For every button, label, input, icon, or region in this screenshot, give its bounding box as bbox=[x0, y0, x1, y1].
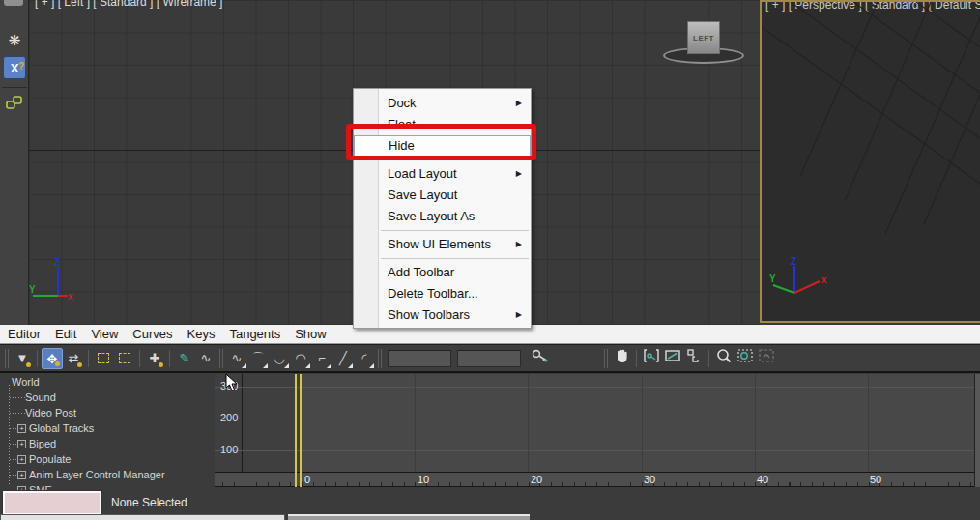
slide-keys-icon[interactable]: ⇄ bbox=[63, 348, 84, 369]
track-name-field[interactable] bbox=[3, 491, 101, 515]
toolbar-grip[interactable] bbox=[378, 349, 382, 368]
region-keys-icon[interactable] bbox=[93, 348, 114, 369]
ruler-tick-label: 40 bbox=[757, 474, 768, 485]
frame-extents-graphic bbox=[643, 348, 660, 363]
track-label: Anim Layer Control Manager bbox=[29, 469, 165, 480]
frame-selected-keys-icon[interactable] bbox=[683, 348, 705, 369]
frame-value-extents-icon[interactable] bbox=[662, 348, 683, 369]
zoom-selected-object-icon[interactable] bbox=[756, 348, 777, 369]
menu-item-show-ui-elements[interactable]: Show UI Elements ▶ bbox=[354, 234, 531, 255]
expand-icon[interactable]: + bbox=[17, 486, 26, 491]
y-axis-label: Y bbox=[29, 284, 36, 295]
axis-tripod-left: Z Y x bbox=[29, 257, 99, 307]
tangent-fast-icon[interactable]: ◡ bbox=[269, 348, 290, 369]
link-icon[interactable] bbox=[3, 93, 26, 116]
axis-tripod-right: Z Y x bbox=[769, 256, 839, 306]
key-stats-icon[interactable] bbox=[530, 348, 551, 369]
z-axis-label: Z bbox=[791, 256, 796, 267]
zoom-selected-graphic bbox=[758, 348, 775, 363]
toolbar-grip[interactable] bbox=[604, 349, 608, 368]
zoom-icon[interactable] bbox=[713, 348, 735, 369]
key-value-field[interactable] bbox=[457, 350, 521, 367]
track-label: Video Post bbox=[25, 407, 76, 419]
expand-icon[interactable]: + bbox=[17, 471, 26, 479]
add-keys-icon[interactable]: ✚ bbox=[144, 348, 165, 369]
track-tree-item[interactable]: + Anim Layer Control Manager bbox=[0, 467, 213, 482]
menu-item-load-layout[interactable]: Load Layout ▶ bbox=[354, 163, 531, 185]
zoom-region-icon[interactable] bbox=[735, 348, 756, 369]
menu-tangents[interactable]: Tangents bbox=[229, 327, 280, 341]
viewport-right[interactable]: [ + ] [ Perspective ] [ Standard ] [ Def… bbox=[760, 0, 980, 323]
expand-icon[interactable]: + bbox=[17, 440, 26, 448]
track-tree-item[interactable]: + Populate bbox=[0, 451, 213, 467]
clipped-bottom-field[interactable] bbox=[288, 514, 530, 520]
menu-editor[interactable]: Editor bbox=[8, 327, 41, 341]
z-axis-label: Z bbox=[54, 257, 60, 268]
time-ruler[interactable]: 0 10 20 30 40 50 bbox=[215, 472, 974, 487]
menu-item-save-layout[interactable]: Save Layout bbox=[354, 185, 531, 206]
track-tree: World Sound Video Post + Global Tracks +… bbox=[0, 374, 213, 490]
clipped-tool-icon[interactable] bbox=[4, 0, 23, 6]
clipped-bottom-field[interactable] bbox=[0, 514, 285, 520]
menu-edit[interactable]: Edit bbox=[55, 327, 76, 341]
viewport-left-label[interactable]: [ + ] [ Left ] [ Standard ] [ Wireframe … bbox=[35, 0, 222, 9]
key-stats-graphic bbox=[532, 348, 549, 363]
move-keys-icon[interactable]: ✥ bbox=[42, 348, 63, 369]
submenu-arrow-icon: ▶ bbox=[516, 304, 522, 326]
track-tree-item[interactable]: + Global Tracks bbox=[0, 420, 213, 436]
frame-gridline bbox=[868, 374, 869, 472]
retime-tool-icon[interactable] bbox=[114, 348, 135, 369]
filter-icon[interactable]: ▼ bbox=[12, 348, 33, 369]
vertical-scrollbar[interactable] bbox=[974, 374, 980, 487]
track-label: Populate bbox=[29, 453, 71, 465]
revert-curves-icon[interactable]: ∿ bbox=[195, 348, 216, 369]
menu-keys[interactable]: Keys bbox=[187, 327, 216, 341]
value-tick-label: 100 bbox=[220, 444, 238, 455]
curve-graph-area[interactable]: 300 200 100 bbox=[215, 374, 974, 472]
left-tool-strip: ❋ X ? bbox=[0, 0, 29, 325]
track-view: World Sound Video Post + Global Tracks +… bbox=[0, 372, 980, 520]
track-tree-item[interactable]: Sound bbox=[0, 390, 213, 405]
ruler-tick-label: 0 bbox=[304, 474, 310, 485]
zoom-region-graphic bbox=[736, 348, 754, 363]
menu-item-add-toolbar[interactable]: Add Toolbar bbox=[354, 262, 531, 283]
toolbar-grip[interactable] bbox=[219, 349, 223, 368]
track-tree-item[interactable]: Video Post bbox=[0, 405, 213, 420]
tangent-linear-icon[interactable]: ╱ bbox=[332, 348, 354, 369]
track-label: Biped bbox=[29, 438, 56, 449]
menu-item-delete-toolbar[interactable]: Delete Toolbar... bbox=[354, 283, 531, 304]
tangent-spline-icon[interactable]: ⌒ bbox=[247, 348, 269, 369]
tangent-step-icon[interactable]: ⌐ bbox=[311, 348, 332, 369]
tangent-slow-icon[interactable]: ◠ bbox=[290, 348, 311, 369]
tangent-auto-icon[interactable]: ∿ bbox=[226, 348, 247, 369]
track-label: World bbox=[12, 376, 40, 388]
xview-icon[interactable]: X ? bbox=[3, 56, 26, 79]
menu-view[interactable]: View bbox=[91, 327, 118, 341]
pan-icon[interactable] bbox=[611, 348, 632, 369]
mouse-cursor bbox=[225, 373, 239, 392]
time-slider[interactable] bbox=[294, 374, 303, 487]
track-tree-root[interactable]: World bbox=[0, 374, 213, 390]
menu-show[interactable]: Show bbox=[295, 327, 327, 341]
tangent-smooth-icon[interactable]: ◜ bbox=[354, 348, 375, 369]
frame-horizontal-extents-icon[interactable] bbox=[641, 348, 662, 369]
menu-item-dock[interactable]: Dock ▶ bbox=[354, 93, 531, 114]
y-axis-label: Y bbox=[769, 274, 776, 284]
frame-gridline bbox=[755, 374, 756, 472]
snowflake-icon[interactable]: ❋ bbox=[3, 29, 26, 52]
expand-icon[interactable]: + bbox=[17, 455, 26, 464]
track-tree-item[interactable]: + SME bbox=[0, 482, 213, 490]
toolbar-separator bbox=[169, 350, 170, 367]
menu-separator bbox=[381, 258, 529, 259]
toolbar-grip[interactable] bbox=[5, 349, 9, 368]
menu-item-save-layout-as[interactable]: Save Layout As bbox=[354, 206, 531, 227]
menu-curves[interactable]: Curves bbox=[132, 327, 172, 341]
viewcube[interactable]: LEFT bbox=[687, 21, 720, 54]
draw-curves-icon[interactable]: ✎ bbox=[174, 348, 195, 369]
key-time-field[interactable] bbox=[388, 350, 451, 367]
menu-item-show-toolbars[interactable]: Show Toolbars ▶ bbox=[354, 304, 531, 326]
track-tree-item[interactable]: + Biped bbox=[0, 436, 213, 451]
toolbar-separator bbox=[636, 350, 637, 367]
frame-gridline bbox=[528, 374, 529, 472]
expand-icon[interactable]: + bbox=[17, 424, 26, 433]
